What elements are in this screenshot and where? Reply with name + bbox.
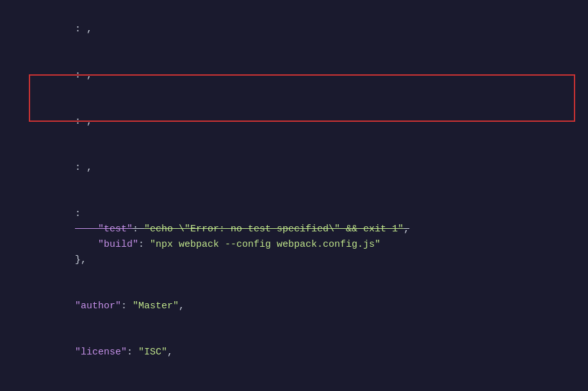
val-license: "ISC" (138, 347, 167, 358)
code-editor: : , : , : , : , : (0, 0, 588, 391)
line-close-scripts: }, (0, 237, 588, 283)
code-lines: : , : , : , : , : (0, 6, 588, 391)
line-description: : , (0, 99, 588, 145)
line-name: : , (0, 6, 588, 53)
line-version: : , (0, 53, 588, 99)
line-test: "test": "echo \"Error: no test specified… (0, 206, 588, 222)
key-license: "license" (75, 347, 127, 358)
line-build: "build": "npx webpack --config webpack.c… (0, 222, 588, 237)
key-author: "author" (75, 301, 121, 312)
close-scripts-brace: }, (75, 254, 86, 265)
val-author: "Master" (133, 301, 179, 312)
line-author: "author": "Master", (0, 283, 588, 329)
line-private: : , (0, 145, 588, 191)
line-license: "license": "ISC", (0, 329, 588, 376)
line-scripts: : (0, 191, 588, 206)
line-devdep: "devDependencies": { (0, 376, 588, 391)
